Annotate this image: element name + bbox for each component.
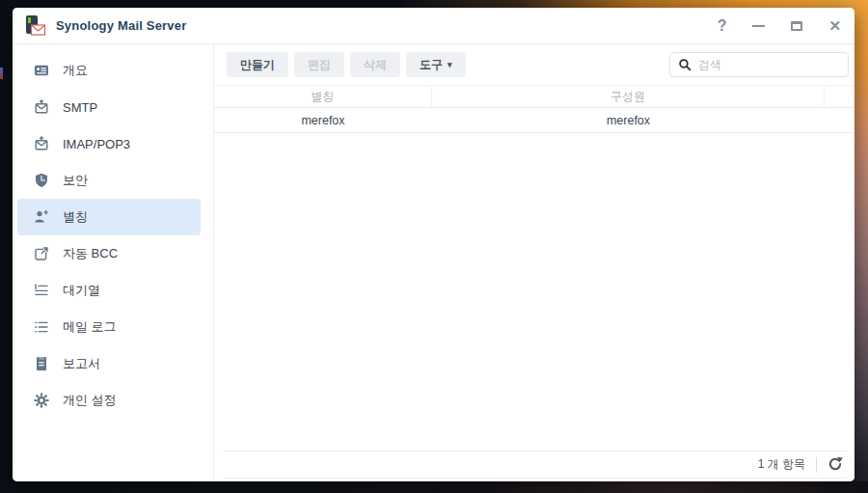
sidebar-item-smtp[interactable]: SMTP: [17, 89, 201, 125]
share-box-icon: [34, 246, 49, 261]
sidebar-item-report[interactable]: 보고서: [17, 345, 201, 382]
close-icon[interactable]: ✕: [828, 18, 841, 33]
list-icon: [34, 319, 49, 335]
table-footer: 1 개 항목: [224, 451, 847, 479]
alias-panel: 만들기 편집 삭제 도구 ▾ 별칭 구성원 merefox mere: [214, 44, 854, 481]
sidebar-item-label: 메일 로그: [63, 318, 117, 336]
envelope-plus-icon: [34, 136, 49, 151]
delete-button[interactable]: 삭제: [350, 52, 400, 77]
app-icon: [24, 14, 47, 38]
sidebar: 개요 SMTP IMAP/POP3 보안: [13, 44, 214, 481]
help-icon[interactable]: ?: [718, 18, 727, 34]
sidebar-item-mail-log[interactable]: 메일 로그: [17, 309, 201, 345]
maximize-icon[interactable]: [791, 21, 802, 31]
row-spacer-cell: [825, 108, 854, 132]
edit-button[interactable]: 편집: [294, 52, 344, 77]
desktop-wallpaper-right: [854, 0, 868, 493]
sidebar-item-security[interactable]: 보안: [17, 162, 201, 199]
desktop-icon-sliver: [0, 68, 3, 79]
footer-divider: [816, 457, 817, 473]
column-header-alias[interactable]: 별칭: [214, 86, 432, 107]
minimize-icon[interactable]: [752, 25, 765, 27]
report-doc-icon: [34, 356, 49, 371]
id-card-icon: [34, 63, 49, 78]
sidebar-item-queue[interactable]: 대기열: [17, 272, 201, 309]
sidebar-item-label: 개요: [63, 62, 88, 79]
create-button[interactable]: 만들기: [227, 52, 288, 77]
tools-label: 도구: [420, 57, 443, 73]
sidebar-item-label: SMTP: [63, 100, 97, 115]
desktop-wallpaper-bottom: [0, 481, 868, 493]
sidebar-item-personal-settings[interactable]: 개인 설정: [17, 382, 201, 419]
sidebar-item-label: 별칭: [63, 208, 88, 226]
shield-icon: [34, 173, 49, 188]
tools-dropdown-button[interactable]: 도구 ▾: [406, 52, 466, 77]
sidebar-item-imap-pop3[interactable]: IMAP/POP3: [17, 125, 201, 162]
column-header-spacer: [825, 86, 854, 107]
sidebar-item-label: 개인 설정: [63, 392, 117, 409]
window-title: Synology Mail Server: [56, 18, 187, 33]
refresh-icon[interactable]: [827, 456, 845, 474]
table-header: 별칭 구성원: [214, 85, 854, 108]
envelope-plus-icon: [34, 99, 49, 115]
table-empty-area: [214, 133, 854, 451]
sidebar-item-auto-bcc[interactable]: 자동 BCC: [17, 235, 201, 272]
search-box[interactable]: [669, 52, 849, 77]
sidebar-item-label: 보안: [63, 172, 88, 189]
sidebar-item-label: 대기열: [63, 282, 100, 299]
item-count: 1 개 항목: [758, 456, 805, 473]
toolbar: 만들기 편집 삭제 도구 ▾: [214, 44, 854, 85]
table-row[interactable]: merefox merefox: [214, 108, 854, 133]
titlebar[interactable]: Synology Mail Server ? ✕: [13, 8, 854, 44]
search-input[interactable]: [698, 58, 840, 71]
sidebar-item-alias[interactable]: 별칭: [17, 199, 201, 235]
user-plus-icon: [34, 209, 49, 225]
gear-icon: [34, 393, 49, 408]
mail-server-window: Synology Mail Server ? ✕ 개요 SMTP: [13, 8, 854, 481]
members-cell: merefox: [432, 108, 825, 132]
alias-cell: merefox: [214, 108, 432, 132]
column-header-members[interactable]: 구성원: [432, 86, 825, 107]
sidebar-item-overview[interactable]: 개요: [17, 52, 201, 89]
sidebar-item-label: 자동 BCC: [63, 245, 118, 262]
search-icon: [678, 58, 692, 71]
chevron-down-icon: ▾: [448, 60, 452, 69]
queue-list-icon: [34, 283, 49, 298]
sidebar-item-label: 보고서: [63, 355, 100, 372]
sidebar-item-label: IMAP/POP3: [63, 137, 130, 151]
